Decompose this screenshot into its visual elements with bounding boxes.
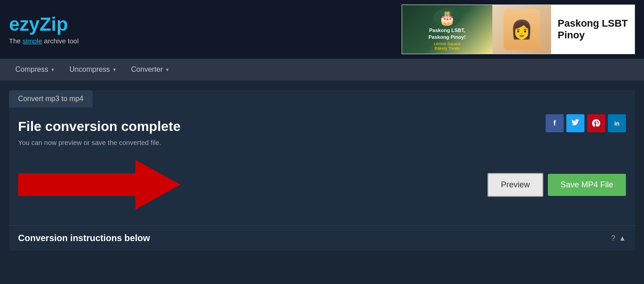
conversion-complete-title: File conversion complete [18,119,626,134]
ad-image2: 👩 [492,5,551,54]
twitter-share-button[interactable] [566,114,584,132]
compress-dropdown-arrow: ▼ [51,67,55,72]
action-row: Preview Save MP4 File [18,160,626,210]
red-arrow-svg [18,160,181,210]
save-mp4-button[interactable]: Save MP4 File [548,174,626,196]
navbar: Compress ▼ Uncompress ▼ Converter ▼ [0,59,644,81]
logo[interactable]: ezyZip [9,14,79,35]
expand-icon[interactable]: ▲ [619,234,626,242]
ad-headline: Paskong LSBTPinoy [558,18,628,42]
logo-plain: ezy [9,14,40,35]
cake-icon: 🎂 [434,8,461,27]
tagline-before: The [9,37,23,45]
facebook-share-button[interactable]: f [546,114,564,132]
ad-sub-text: Lemon SquareBakery Treats [434,42,460,51]
logo-area: ezyZip The simple archive tool [9,14,79,44]
instructions-bar: Conversion instructions below ? ▲ [9,225,635,251]
social-buttons: f in [546,114,626,132]
conversion-card: Convert mp3 to mp4 f in File conversion … [9,90,635,251]
ad-img-text: Paskong LSBT, Paskong Pinoy! [428,27,466,40]
tagline-after: archive tool [42,37,79,45]
ad-banner[interactable]: 🎂 Paskong LSBT, Paskong Pinoy! Lemon Squ… [402,5,635,54]
card-tab: Convert mp3 to mp4 [9,90,93,107]
help-icon[interactable]: ? [611,234,615,242]
person-icon: 👩 [504,9,540,50]
header: ezyZip The simple archive tool 🎂 Paskong… [0,0,644,59]
pinterest-share-button[interactable] [587,114,605,132]
red-arrow-annotation [18,160,483,210]
svg-marker-0 [18,160,181,210]
converter-dropdown-arrow: ▼ [165,67,170,72]
ad-image-block: 🎂 Paskong LSBT, Paskong Pinoy! Lemon Squ… [402,5,492,54]
conversion-subtitle: You can now preview or save the converte… [18,139,626,146]
ad-text-block: Paskong LSBTPinoy [551,13,635,46]
card-body: f in File conversion complete You can no… [9,107,635,221]
instructions-title: Conversion instructions below [18,233,150,243]
preview-button[interactable]: Preview [487,173,543,197]
nav-uncompress[interactable]: Uncompress ▼ [63,62,123,77]
tagline-em: simple [23,37,42,45]
nav-compress[interactable]: Compress ▼ [9,62,61,77]
linkedin-share-button[interactable]: in [608,114,626,132]
nav-converter[interactable]: Converter ▼ [125,62,176,77]
main-content: Convert mp3 to mp4 f in File conversion … [0,81,644,260]
logo-tagline: The simple archive tool [9,37,79,45]
logo-accent: Zip [40,14,68,35]
instructions-controls[interactable]: ? ▲ [611,234,626,242]
uncompress-dropdown-arrow: ▼ [112,67,117,72]
